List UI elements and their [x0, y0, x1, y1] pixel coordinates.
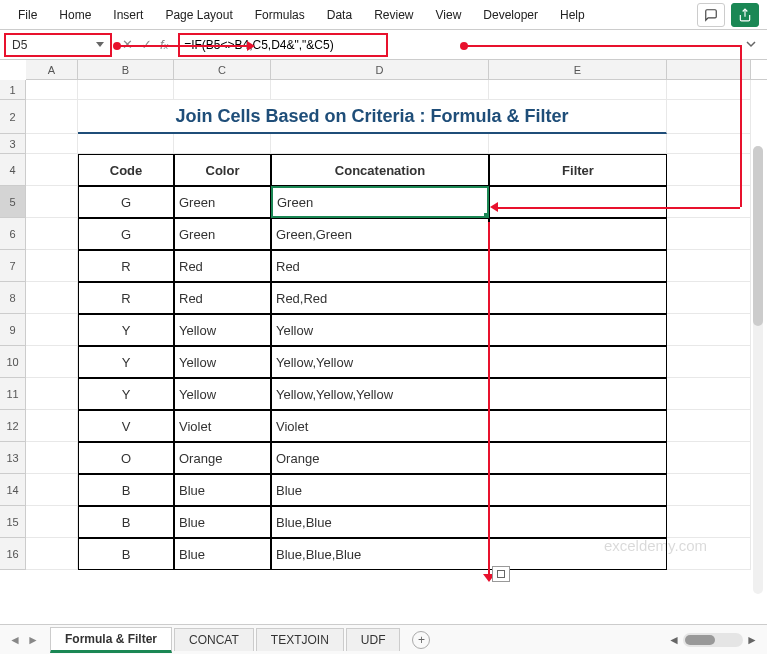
- cell-concatenation[interactable]: Blue: [271, 474, 489, 506]
- cell[interactable]: [667, 346, 751, 378]
- cell-filter[interactable]: [489, 314, 667, 346]
- cell-code[interactable]: B: [78, 538, 174, 570]
- scroll-right-icon[interactable]: ►: [745, 633, 759, 647]
- cell[interactable]: [174, 134, 271, 154]
- sheet-tab-udf[interactable]: UDF: [346, 628, 401, 651]
- ribbon-tab-formulas[interactable]: Formulas: [245, 4, 315, 26]
- row-header[interactable]: 4: [0, 154, 26, 186]
- column-header[interactable]: [667, 60, 751, 79]
- cell-color[interactable]: Orange: [174, 442, 271, 474]
- cell[interactable]: [26, 314, 78, 346]
- cell-filter[interactable]: [489, 186, 667, 218]
- cell[interactable]: [667, 100, 751, 134]
- cell[interactable]: [667, 218, 751, 250]
- cell[interactable]: [26, 80, 78, 100]
- cell[interactable]: [78, 134, 174, 154]
- cell-concatenation[interactable]: Green,Green: [271, 218, 489, 250]
- cell-color[interactable]: Blue: [174, 506, 271, 538]
- cell-color[interactable]: Yellow: [174, 378, 271, 410]
- cell-code[interactable]: R: [78, 282, 174, 314]
- ribbon-tab-view[interactable]: View: [426, 4, 472, 26]
- cell[interactable]: [667, 314, 751, 346]
- cell-code[interactable]: O: [78, 442, 174, 474]
- cell-filter[interactable]: [489, 442, 667, 474]
- cell[interactable]: [26, 506, 78, 538]
- ribbon-tab-page-layout[interactable]: Page Layout: [155, 4, 242, 26]
- row-header[interactable]: 5: [0, 186, 26, 218]
- row-header[interactable]: 3: [0, 134, 26, 154]
- horizontal-scroll[interactable]: ◄ ►: [667, 633, 759, 647]
- header-filter[interactable]: Filter: [489, 154, 667, 186]
- next-sheet-icon[interactable]: ►: [26, 633, 40, 647]
- row-header[interactable]: 7: [0, 250, 26, 282]
- ribbon-tab-home[interactable]: Home: [49, 4, 101, 26]
- cell[interactable]: [26, 134, 78, 154]
- cell[interactable]: [78, 80, 174, 100]
- sheet-tab-formula-filter[interactable]: Formula & Filter: [50, 627, 172, 653]
- cell[interactable]: [667, 134, 751, 154]
- cell-filter[interactable]: [489, 250, 667, 282]
- column-header[interactable]: C: [174, 60, 271, 79]
- cell-concatenation[interactable]: Orange: [271, 442, 489, 474]
- cell[interactable]: [489, 134, 667, 154]
- autofill-options-icon[interactable]: [492, 566, 510, 582]
- cell-concatenation[interactable]: Green: [271, 186, 489, 218]
- sheet-tab-concat[interactable]: CONCAT: [174, 628, 254, 651]
- row-header[interactable]: 10: [0, 346, 26, 378]
- cell[interactable]: [26, 250, 78, 282]
- cell[interactable]: [26, 282, 78, 314]
- vertical-scrollbar[interactable]: [751, 146, 765, 594]
- cell-color[interactable]: Blue: [174, 474, 271, 506]
- ribbon-tab-review[interactable]: Review: [364, 4, 423, 26]
- ribbon-tab-developer[interactable]: Developer: [473, 4, 548, 26]
- cell-filter[interactable]: [489, 378, 667, 410]
- chevron-down-icon[interactable]: [96, 42, 104, 47]
- column-header[interactable]: D: [271, 60, 489, 79]
- row-header[interactable]: 1: [0, 80, 26, 100]
- header-color[interactable]: Color: [174, 154, 271, 186]
- cell[interactable]: [26, 378, 78, 410]
- cell-filter[interactable]: [489, 282, 667, 314]
- cell[interactable]: [271, 134, 489, 154]
- cell[interactable]: [667, 250, 751, 282]
- cell[interactable]: [667, 186, 751, 218]
- cell-concatenation[interactable]: Blue,Blue: [271, 506, 489, 538]
- cell-code[interactable]: G: [78, 218, 174, 250]
- header-concatenation[interactable]: Concatenation: [271, 154, 489, 186]
- row-header[interactable]: 11: [0, 378, 26, 410]
- cell[interactable]: [667, 378, 751, 410]
- row-header[interactable]: 14: [0, 474, 26, 506]
- cell-code[interactable]: B: [78, 506, 174, 538]
- cell-color[interactable]: Yellow: [174, 346, 271, 378]
- row-header[interactable]: 16: [0, 538, 26, 570]
- cell[interactable]: [667, 410, 751, 442]
- cell-code[interactable]: B: [78, 474, 174, 506]
- cell[interactable]: [489, 80, 667, 100]
- cell[interactable]: [667, 80, 751, 100]
- cell-code[interactable]: V: [78, 410, 174, 442]
- cell[interactable]: [26, 474, 78, 506]
- fill-handle[interactable]: [483, 212, 489, 218]
- row-header[interactable]: 9: [0, 314, 26, 346]
- cell-color[interactable]: Red: [174, 250, 271, 282]
- column-header[interactable]: E: [489, 60, 667, 79]
- cell-code[interactable]: G: [78, 186, 174, 218]
- ribbon-tab-help[interactable]: Help: [550, 4, 595, 26]
- prev-sheet-icon[interactable]: ◄: [8, 633, 22, 647]
- cell-code[interactable]: R: [78, 250, 174, 282]
- cell-color[interactable]: Blue: [174, 538, 271, 570]
- cell-filter[interactable]: [489, 474, 667, 506]
- cell-concatenation[interactable]: Red: [271, 250, 489, 282]
- cell-color[interactable]: Red: [174, 282, 271, 314]
- cell[interactable]: [174, 80, 271, 100]
- cell-filter[interactable]: [489, 218, 667, 250]
- row-header[interactable]: 15: [0, 506, 26, 538]
- row-header[interactable]: 2: [0, 100, 26, 134]
- cell[interactable]: [26, 346, 78, 378]
- formula-expand-icon[interactable]: [745, 37, 757, 52]
- cell[interactable]: [26, 410, 78, 442]
- row-header[interactable]: 6: [0, 218, 26, 250]
- row-header[interactable]: 8: [0, 282, 26, 314]
- cell-filter[interactable]: [489, 410, 667, 442]
- sheet-tab-textjoin[interactable]: TEXTJOIN: [256, 628, 344, 651]
